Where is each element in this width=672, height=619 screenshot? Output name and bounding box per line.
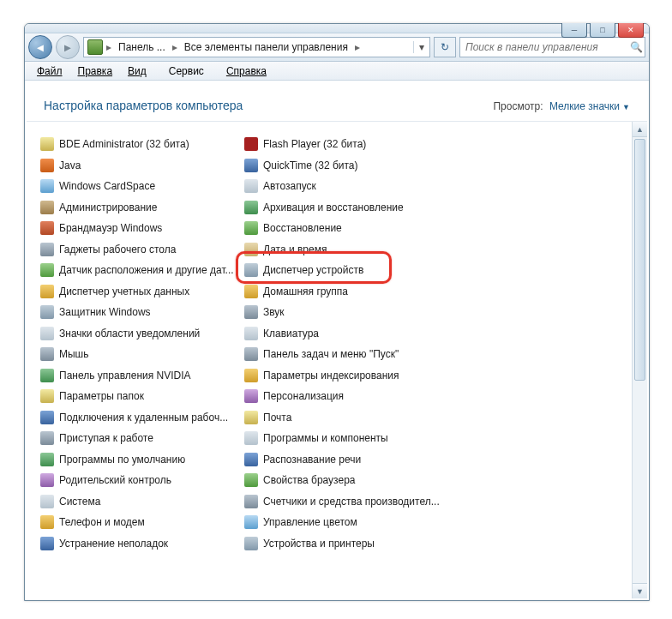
control-panel-item[interactable]: Гаджеты рабочего стола <box>40 239 244 261</box>
control-panel-item[interactable]: Телефон и модем <box>40 512 244 533</box>
view-by-link[interactable]: Мелкие значки▼ <box>549 100 630 112</box>
control-panel-item[interactable]: Устройства и принтеры <box>244 533 448 555</box>
control-panel-item[interactable]: Устранение неполадок <box>40 533 244 555</box>
item-label: Почта <box>263 412 291 424</box>
item-icon <box>244 411 258 424</box>
item-label: Телефон и модем <box>59 516 145 528</box>
control-panel-item[interactable]: Программы и компоненты <box>244 428 448 449</box>
control-panel-item[interactable]: Параметры индексирования <box>244 365 448 387</box>
control-panel-item[interactable]: Панель управления NVIDIA <box>40 365 244 387</box>
item-label: Параметры папок <box>59 390 144 402</box>
control-panel-item[interactable]: Восстановление <box>244 218 448 239</box>
item-label: Панель управления NVIDIA <box>59 370 191 382</box>
back-button[interactable]: ◄ <box>28 35 52 59</box>
item-icon <box>40 431 54 445</box>
control-panel-item[interactable]: QuickTime (32 бита) <box>244 155 448 177</box>
scroll-up-button[interactable]: ▲ <box>633 122 647 137</box>
item-label: Распознавание речи <box>263 454 361 466</box>
search-box[interactable]: 🔍 <box>459 37 645 57</box>
item-icon <box>244 327 258 340</box>
control-panel-item[interactable]: Управление цветом <box>244 512 448 533</box>
control-panel-item[interactable]: Дата и время <box>244 239 448 261</box>
control-panel-item[interactable]: Датчик расположения и другие дат... <box>40 260 244 281</box>
menu-edit[interactable]: Правка <box>71 63 120 79</box>
control-panel-item[interactable]: Программы по умолчанию <box>40 449 244 471</box>
control-panel-item[interactable]: Клавиатура <box>244 323 448 345</box>
control-panel-item[interactable]: Распознавание речи <box>244 449 448 471</box>
item-icon <box>244 347 258 361</box>
control-panel-item[interactable]: Система <box>40 491 244 513</box>
item-label: Диспетчер устройств <box>263 264 363 276</box>
scroll-down-button[interactable]: ▼ <box>633 583 647 598</box>
item-label: Дата и время <box>263 243 327 255</box>
item-label: Гаджеты рабочего стола <box>59 243 176 255</box>
item-icon <box>40 327 54 340</box>
maximize-button[interactable]: □ <box>590 23 615 38</box>
titlebar[interactable]: ─ □ ✕ <box>25 24 649 33</box>
item-label: Параметры индексирования <box>263 370 399 382</box>
menu-tools[interactable]: Сервис <box>155 63 218 79</box>
control-panel-item[interactable]: Свойства браузера <box>244 470 448 491</box>
item-label: Клавиатура <box>263 328 319 340</box>
control-panel-item[interactable]: Автозапуск <box>244 176 448 197</box>
scroll-thumb[interactable] <box>634 139 645 381</box>
item-icon <box>244 221 258 235</box>
control-panel-item[interactable]: Параметры папок <box>40 386 244 407</box>
control-panel-item[interactable]: BDE Administrator (32 бита) <box>40 134 244 155</box>
control-panel-item[interactable]: Диспетчер устройств <box>244 260 448 281</box>
close-button[interactable]: ✕ <box>618 23 644 38</box>
item-icon <box>244 263 258 277</box>
address-drop[interactable]: ▾ <box>413 41 429 53</box>
breadcrumb-seg-1[interactable]: Панель ... <box>113 41 171 53</box>
control-panel-item[interactable]: Значки области уведомлений <box>40 323 244 345</box>
control-panel-item[interactable]: Flash Player (32 бита) <box>244 134 448 155</box>
control-panel-item[interactable]: Подключения к удаленным рабоч... <box>40 407 244 429</box>
control-panel-item[interactable]: Диспетчер учетных данных <box>40 281 244 303</box>
control-panel-item[interactable]: Брандмауэр Windows <box>40 218 244 239</box>
breadcrumb-sep: ▸ <box>353 41 362 53</box>
control-panel-item[interactable]: Панель задач и меню "Пуск" <box>244 344 448 365</box>
scrollbar[interactable]: ▲ ▼ <box>632 122 647 598</box>
item-label: Значки области уведомлений <box>59 328 200 340</box>
menu-file[interactable]: Файл <box>30 63 69 79</box>
item-label: Flash Player (32 бита) <box>263 138 366 150</box>
control-panel-item[interactable]: Почта <box>244 407 448 429</box>
item-icon <box>40 263 54 277</box>
item-icon <box>244 369 258 382</box>
item-icon <box>40 389 54 403</box>
item-icon <box>40 305 54 319</box>
control-panel-item[interactable]: Приступая к работе <box>40 428 244 449</box>
minimize-button[interactable]: ─ <box>561 23 587 38</box>
menu-view[interactable]: Вид <box>121 63 153 79</box>
control-panel-item[interactable]: Персонализация <box>244 386 448 407</box>
search-input[interactable] <box>460 41 627 53</box>
menu-help[interactable]: Справка <box>219 63 273 79</box>
navbar: ◄ ► ▸ Панель ... ▸ Все элементы панели у… <box>25 33 649 62</box>
control-panel-item[interactable]: Звук <box>244 302 448 323</box>
search-icon[interactable]: 🔍 <box>627 41 645 53</box>
item-icon <box>244 473 258 487</box>
item-label: Администрирование <box>59 201 157 213</box>
item-label: Архивация и восстановление <box>263 201 404 213</box>
refresh-button[interactable]: ↻ <box>434 37 456 57</box>
control-panel-item[interactable]: Защитник Windows <box>40 302 244 323</box>
breadcrumb-sep: ▸ <box>171 41 179 53</box>
control-panel-item[interactable]: Windows CardSpace <box>40 176 244 197</box>
item-label: Звук <box>263 306 285 318</box>
control-panel-item[interactable]: Домашняя группа <box>244 281 448 303</box>
control-panel-item[interactable]: Архивация и восстановление <box>244 197 448 219</box>
control-panel-item[interactable]: Java <box>40 155 244 177</box>
item-label: Домашняя группа <box>263 285 348 297</box>
address-bar[interactable]: ▸ Панель ... ▸ Все элементы панели управ… <box>83 37 430 57</box>
view-by: Просмотр: Мелкие значки▼ <box>493 100 630 112</box>
item-icon <box>40 515 54 529</box>
forward-button[interactable]: ► <box>56 35 80 59</box>
control-panel-item[interactable]: Счетчики и средства производител... <box>244 491 448 513</box>
menubar: Файл Правка Вид Сервис Справка <box>25 62 649 81</box>
control-panel-item[interactable]: Администрирование <box>40 197 244 219</box>
item-icon <box>40 347 54 361</box>
control-panel-item[interactable]: Мышь <box>40 344 244 365</box>
control-panel-item[interactable]: Родительский контроль <box>40 470 244 491</box>
breadcrumb-seg-2[interactable]: Все элементы панели управления <box>179 41 353 53</box>
item-label: QuickTime (32 бита) <box>263 159 358 171</box>
